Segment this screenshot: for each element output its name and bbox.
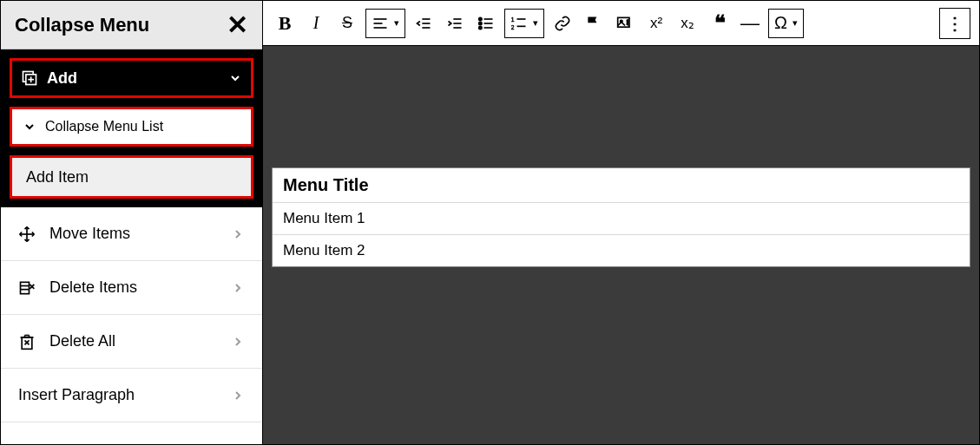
- action-insert-paragraph[interactable]: Insert Paragraph: [1, 369, 262, 422]
- indent-button[interactable]: [442, 9, 468, 38]
- kebab-icon: ⋮: [946, 13, 964, 34]
- sidebar-header: Collapse Menu ✕: [1, 1, 262, 49]
- action-label: Insert Paragraph: [18, 386, 135, 404]
- superscript-button[interactable]: x²: [643, 9, 669, 38]
- chevron-right-icon: [231, 227, 245, 241]
- add-item-button[interactable]: Add Item: [10, 155, 253, 199]
- caret-down-icon: ▾: [394, 17, 399, 29]
- widget-row[interactable]: Menu Item 1: [273, 203, 970, 235]
- special-char-dropdown[interactable]: Ω ▾: [768, 9, 804, 38]
- chevron-right-icon: [231, 389, 245, 402]
- widget-row[interactable]: Menu Item 2: [273, 235, 970, 266]
- sidebar-actions: Move Items Delete Items: [1, 207, 262, 422]
- action-label: Delete All: [49, 332, 115, 350]
- caret-down-icon: ▾: [793, 17, 798, 29]
- ordered-list-icon: 12: [510, 15, 528, 32]
- action-delete-items[interactable]: Delete Items: [1, 261, 262, 315]
- action-label: Delete Items: [49, 278, 137, 297]
- svg-text:1: 1: [511, 16, 515, 22]
- action-label: Move Items: [49, 225, 130, 243]
- chevron-right-icon: [231, 281, 245, 295]
- add-item-label: Add Item: [26, 168, 89, 187]
- add-plus-icon: [21, 69, 38, 87]
- sidebar: Collapse Menu ✕ Add Collapse Menu List: [1, 1, 263, 444]
- add-button[interactable]: Add: [10, 58, 253, 98]
- sidebar-add-block: Add Collapse Menu List Add Item: [1, 49, 262, 207]
- subscript-button[interactable]: x₂: [674, 9, 700, 38]
- collapse-menu-list-button[interactable]: Collapse Menu List: [10, 107, 253, 147]
- outdent-button[interactable]: [411, 9, 437, 38]
- horizontal-rule-button[interactable]: —: [737, 9, 763, 38]
- align-dropdown[interactable]: ▾: [365, 9, 405, 38]
- widget-title[interactable]: Menu Title: [273, 168, 970, 203]
- collapse-menu-widget[interactable]: Menu Title Menu Item 1 Menu Item 2: [272, 167, 970, 267]
- delete-all-icon: [18, 333, 36, 350]
- flag-button[interactable]: [581, 9, 607, 38]
- ordered-list-dropdown[interactable]: 12 ▾: [504, 9, 544, 38]
- caret-down-icon: ▾: [533, 17, 538, 29]
- sidebar-title: Collapse Menu: [15, 14, 149, 36]
- svg-point-29: [479, 26, 482, 29]
- media-button[interactable]: [612, 9, 638, 38]
- bold-button[interactable]: B: [272, 9, 298, 38]
- svg-text:2: 2: [511, 23, 515, 29]
- chevron-down-icon: [228, 71, 242, 85]
- delete-items-icon: [18, 279, 36, 297]
- editor: B I S ▾ 12 ▾: [263, 1, 979, 444]
- more-options-button[interactable]: ⋮: [939, 8, 970, 39]
- toolbar: B I S ▾ 12 ▾: [263, 1, 979, 46]
- blockquote-button[interactable]: ❝: [706, 9, 732, 38]
- collapse-menu-list-label: Collapse Menu List: [45, 119, 163, 134]
- strike-button[interactable]: S: [334, 9, 360, 38]
- move-icon: [18, 226, 36, 243]
- unordered-list-button[interactable]: [473, 9, 499, 38]
- add-label: Add: [47, 69, 77, 88]
- editor-canvas[interactable]: Menu Title Menu Item 1 Menu Item 2: [263, 46, 979, 444]
- italic-button[interactable]: I: [303, 9, 329, 38]
- chevron-down-icon: [23, 120, 36, 134]
- svg-point-27: [479, 17, 482, 20]
- align-left-icon: [372, 15, 389, 32]
- omega-icon: Ω: [774, 13, 787, 33]
- close-icon[interactable]: ✕: [227, 12, 248, 38]
- svg-point-28: [479, 22, 482, 24]
- svg-rect-6: [21, 282, 30, 293]
- action-move-items[interactable]: Move Items: [1, 207, 262, 261]
- chevron-right-icon: [231, 335, 245, 349]
- action-delete-all[interactable]: Delete All: [1, 315, 262, 369]
- link-button[interactable]: [549, 9, 576, 38]
